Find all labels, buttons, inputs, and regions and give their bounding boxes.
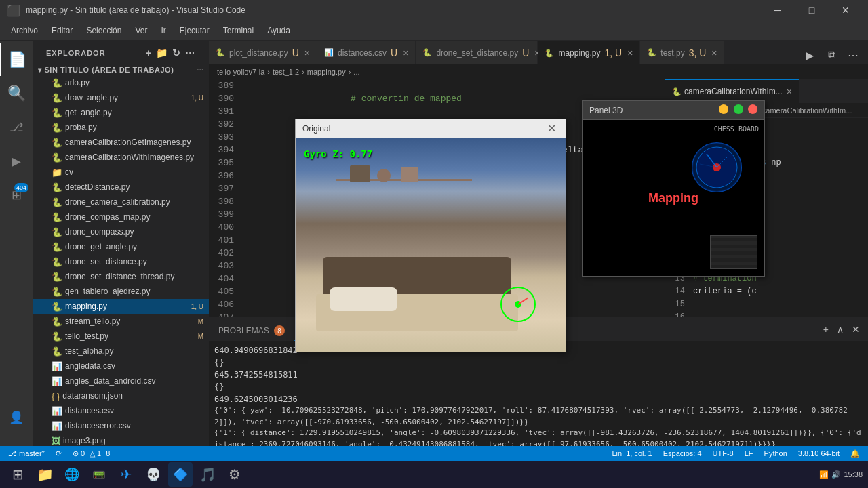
list-item[interactable]: 🐍 stream_tello.py M xyxy=(33,314,209,329)
sync-item[interactable]: ⟳ xyxy=(53,449,64,458)
panel-split-button[interactable]: + xyxy=(821,323,831,336)
notifications-item[interactable]: 🔔 xyxy=(848,449,863,458)
menu-ejecutar[interactable]: Ejecutar xyxy=(174,23,215,38)
list-item[interactable]: 📁 cv xyxy=(33,165,209,180)
list-item[interactable]: { } dataransom.json xyxy=(33,388,209,403)
taskbar-files[interactable]: 📁 xyxy=(33,462,57,487)
list-item[interactable]: 📊 angledata.csv xyxy=(33,359,209,373)
python-version-item[interactable]: 3.8.10 64-bit xyxy=(795,449,842,458)
list-item[interactable]: 📊 angles_data_android.csv xyxy=(33,373,209,388)
menu-archivo[interactable]: Archivo xyxy=(5,23,43,38)
taskbar-terminal[interactable]: 📟 xyxy=(87,462,111,487)
menu-ayuda[interactable]: Ayuda xyxy=(262,23,296,38)
file-name: dataransom.json xyxy=(62,391,123,401)
list-item[interactable]: 🐍 test_alpha.py xyxy=(33,344,209,359)
list-item[interactable]: 🐍 proba.py xyxy=(33,120,209,135)
breadcrumb-part[interactable]: tello-yollov7-ia xyxy=(217,68,264,76)
list-item[interactable]: 🐍 drone_compass.py xyxy=(33,224,209,239)
menu-editar[interactable]: Editar xyxy=(46,23,78,38)
activity-git[interactable]: ⎇ xyxy=(0,111,33,144)
taskbar-start[interactable]: ⊞ xyxy=(5,462,30,487)
tab-plot-distance[interactable]: 🐍 plot_distance.py U × xyxy=(209,41,317,64)
tab-close-button[interactable]: × xyxy=(403,47,408,58)
list-item[interactable]: 🐍 draw_angle.py 1, U xyxy=(33,90,209,105)
close-button[interactable]: ✕ xyxy=(830,0,861,20)
taskbar-browser[interactable]: 🌐 xyxy=(60,462,84,487)
list-item[interactable]: 🐍 drone_set_distance.py xyxy=(33,254,209,269)
tab-close-button[interactable]: × xyxy=(304,47,310,58)
menu-ver[interactable]: Ver xyxy=(130,23,153,38)
breadcrumb-part[interactable]: ... xyxy=(353,68,359,76)
window-controls[interactable]: ─ □ ✕ xyxy=(762,0,861,20)
cursor-pos-item[interactable]: Lin. 1, col. 1 xyxy=(609,449,654,458)
breadcrumb-part[interactable]: mapping.py xyxy=(307,68,346,76)
workspace-section[interactable]: ▾ SIN TÍTULO (ÁREA DE TRABAJO) ⋯ xyxy=(33,64,209,75)
panel3d-titlebar: Panel 3D xyxy=(583,101,764,120)
taskbar-vscode[interactable]: 🔷 xyxy=(168,462,193,487)
taskbar-settings[interactable]: ⚙ xyxy=(222,462,247,487)
sidebar-header-icons[interactable]: + 📁 ↻ ⋯ xyxy=(146,47,195,58)
list-item[interactable]: 🐍 get_angle.py xyxy=(33,105,209,120)
right-tab-camera-calibration[interactable]: 🐍 cameraCalibrationWithIm... × xyxy=(665,79,799,103)
list-item[interactable]: 🐍 tello_test.py M xyxy=(33,329,209,344)
activity-debug[interactable]: ▶ xyxy=(0,145,33,178)
menu-ir[interactable]: Ir xyxy=(155,23,171,38)
panel-chevron-up[interactable]: ∧ xyxy=(834,323,846,336)
panel3d-minimize[interactable] xyxy=(719,104,728,114)
list-item-active[interactable]: 🐍 mapping.py 1, U xyxy=(33,299,209,314)
line-ending-item[interactable]: LF xyxy=(742,449,756,458)
activity-search[interactable]: 🔍 xyxy=(0,77,33,110)
list-item[interactable]: 🐍 detectDistance.py xyxy=(33,180,209,195)
git-branch-item[interactable]: ⎇ master* xyxy=(5,449,47,458)
file-icon: 🐍 xyxy=(52,78,62,88)
list-item[interactable]: 🖼 image3.png xyxy=(33,433,209,446)
right-breadcrumb-part[interactable]: cameraCalibrationWithIm... xyxy=(762,106,852,115)
split-editor-button[interactable]: ⧉ xyxy=(822,45,841,64)
right-tab-close[interactable]: × xyxy=(787,86,792,97)
list-item[interactable]: 📊 distances.csv xyxy=(33,403,209,418)
tab-mapping[interactable]: 🐍 mapping.py 1, U × xyxy=(538,41,640,64)
list-item[interactable]: 🐍 arlo.py xyxy=(33,75,209,90)
minimize-button[interactable]: ─ xyxy=(762,0,793,20)
errors-item[interactable]: ⊘ 0 △ 1 8 xyxy=(70,449,113,458)
tab-test[interactable]: 🐍 test.py 3, U × xyxy=(640,41,724,64)
list-item[interactable]: 🐍 cameraCalibrationGetImagenes.py xyxy=(33,135,209,150)
activity-remote[interactable]: 👤 xyxy=(0,401,33,434)
maximize-button[interactable]: □ xyxy=(796,0,827,20)
tab-distances[interactable]: 📊 distances.csv U × xyxy=(317,41,416,64)
list-item[interactable]: 🐍 drone_compas_map.py xyxy=(33,209,209,224)
list-item[interactable]: 📊 distanceserror.csv xyxy=(33,418,209,433)
original-close-button[interactable]: ✕ xyxy=(545,122,559,135)
more-actions-button[interactable]: ⋯ xyxy=(844,45,863,64)
encoding-item[interactable]: UTF-8 xyxy=(710,449,736,458)
list-item[interactable]: 🐍 drone_get_angle.py xyxy=(33,239,209,254)
panel3d-maximize[interactable] xyxy=(734,104,743,114)
breadcrumb-part[interactable]: test_1.2 xyxy=(273,68,299,76)
tab-drone-set[interactable]: 🐍 drone_set_distance.py U × xyxy=(416,41,538,64)
workspace-ellipsis[interactable]: ⋯ xyxy=(197,66,204,74)
tab-close-button[interactable]: × xyxy=(627,47,633,58)
language-item[interactable]: Python xyxy=(762,449,790,458)
list-item[interactable]: 🐍 cameraCalibrationWithImagenes.py xyxy=(33,150,209,165)
spaces-item[interactable]: Espacios: 4 xyxy=(660,449,705,458)
tab-close-button[interactable]: × xyxy=(711,47,717,58)
taskbar-telegram[interactable]: ✈ xyxy=(114,462,138,487)
new-file-icon[interactable]: + xyxy=(146,47,152,58)
list-item[interactable]: 🐍 gen_tablero_ajedrez.py xyxy=(33,284,209,299)
panel3d-close[interactable] xyxy=(748,104,757,114)
panel-close-button[interactable]: ✕ xyxy=(849,323,863,336)
refresh-icon[interactable]: ↻ xyxy=(172,47,181,58)
menu-terminal[interactable]: Terminal xyxy=(218,23,259,38)
menu-seleccion[interactable]: Selección xyxy=(81,23,127,38)
run-button[interactable]: ▶ xyxy=(800,45,819,64)
collapse-icon[interactable]: ⋯ xyxy=(185,47,195,58)
activity-files[interactable]: 📄 xyxy=(0,43,33,76)
taskbar-music[interactable]: 🎵 xyxy=(195,462,220,487)
taskbar-red-icon[interactable]: 💀 xyxy=(141,462,165,487)
new-folder-icon[interactable]: 📁 xyxy=(156,47,168,58)
list-item[interactable]: 🐍 drone_camera_calibration.py xyxy=(33,195,209,209)
tab-problemas[interactable]: PROBLEMAS 8 xyxy=(209,321,294,341)
activity-extensions[interactable]: ⊞ 404 xyxy=(0,179,33,211)
list-item[interactable]: 🐍 drone_set_distance_thread.py xyxy=(33,269,209,284)
workspace-chevron: ▾ xyxy=(38,66,42,74)
